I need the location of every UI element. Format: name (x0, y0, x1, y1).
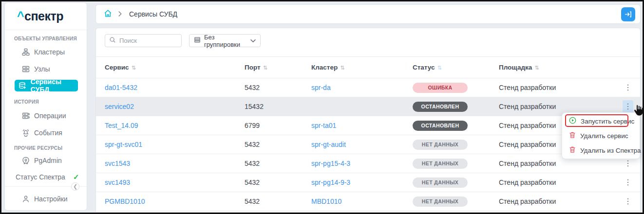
cluster-link[interactable]: spr-pg15-4-3 (311, 160, 350, 167)
status-badge: ОСТАНОВЛЕН (413, 102, 468, 112)
table-row: Test_14.09 6799 spr-ta01 ОСТАНОВЛЕН Стен… (96, 116, 640, 135)
sidebar-item-label: PgAdmin (34, 157, 62, 164)
row-context-menu: Запустить сервис Удалить сервис Удалить … (562, 112, 640, 159)
bell-icon (21, 128, 30, 137)
trash-icon (569, 146, 576, 155)
cluster-link[interactable]: spr-ta01 (311, 122, 336, 129)
port-cell: 5432 (245, 178, 311, 186)
service-link[interactable]: spr-gt-svc01 (105, 141, 142, 148)
sort-icon[interactable]: ⇅ (263, 65, 267, 71)
menu-item-start-service[interactable]: Запустить сервис (562, 114, 640, 128)
status-badge: ОШИБКА (413, 83, 468, 93)
service-link[interactable]: svc1543 (105, 160, 130, 167)
sidebar: ^спектр ОБЪЕКТЫ УПРАВЛЕНИЯ Кластеры Узлы… (4, 2, 87, 211)
status-badge: ОСТАНОВЛЕН (413, 121, 468, 131)
site-cell: Стенд разработки (499, 197, 616, 205)
trash-icon (569, 131, 576, 140)
sidebar-item-clusters[interactable]: Кластеры (5, 46, 87, 58)
port-cell: 6799 (245, 122, 311, 129)
sidebar-item-label: Узлы (34, 65, 50, 73)
service-link[interactable]: da01-5432 (105, 84, 137, 91)
column-header-port: Порт⇅ (245, 64, 311, 71)
cluster-link[interactable]: spr-pg14-9-3 (311, 178, 350, 186)
grouping-icon (194, 36, 201, 45)
site-cell: Стенд разработки (499, 84, 616, 91)
search-input[interactable] (119, 37, 177, 44)
sidebar-item-label: Настройки (34, 195, 68, 203)
table-header-row: Сервис⇅ Порт⇅ Кластер⇅ Статус⇅ Площадка⇅ (96, 56, 640, 78)
table-body: da01-5432 5432 spr-da ОШИБКА Стенд разра… (96, 78, 640, 211)
cluster-link[interactable]: MBD1010 (311, 197, 341, 205)
pgadmin-elephant-icon (21, 156, 30, 165)
row-actions-kebab-icon[interactable]: ⋮ (623, 81, 633, 94)
status-badge: НЕТ ДАННЫХ (413, 140, 468, 150)
column-header-site: Площадка⇅ (499, 64, 616, 71)
grouping-select[interactable]: Без группировки (189, 34, 261, 47)
menu-item-delete-service[interactable]: Удалить сервис (562, 128, 640, 143)
column-header-service: Сервис⇅ (105, 64, 245, 71)
sidebar-item-label: Сервисы СУБД (31, 78, 78, 93)
sidebar-item-settings[interactable]: Настройки (5, 193, 87, 205)
operations-icon (21, 111, 30, 120)
sidebar-item-pgadmin[interactable]: PgAdmin (5, 155, 87, 166)
user-icon (21, 195, 30, 203)
sidebar-item-nodes[interactable]: Узлы (5, 63, 87, 75)
sidebar-item-label: События (34, 129, 62, 137)
site-cell: Стенд разработки (499, 103, 616, 110)
section-label-management: ОБЪЕКТЫ УПРАВЛЕНИЯ (14, 36, 77, 41)
nodes-icon (21, 65, 30, 73)
sort-icon[interactable]: ⇅ (437, 65, 442, 71)
service-link[interactable]: svc1493 (105, 178, 130, 186)
breadcrumb-bar: Сервисы СУБД (95, 4, 641, 24)
logo-text: спектр (24, 9, 63, 23)
breadcrumb-chevron-icon (118, 10, 122, 18)
service-link[interactable]: PGMBD1010 (105, 197, 145, 205)
port-cell: 5432 (245, 141, 311, 148)
sidebar-item-operations[interactable]: Операции (5, 110, 87, 122)
status-badge: НЕТ ДАННЫХ (413, 178, 468, 188)
services-panel: Без группировки Сервис⇅ Порт⇅ Кластер⇅ С… (95, 28, 641, 213)
sidebar-item-label: Статус Спектра (16, 173, 65, 181)
database-icon (19, 81, 27, 90)
sort-icon[interactable]: ⇅ (534, 65, 539, 71)
row-actions-kebab-icon[interactable]: ⋮ (623, 176, 633, 189)
search-icon (109, 36, 116, 45)
sidebar-collapse-button[interactable]: ❮ (71, 182, 79, 191)
table-row: spr-gt-svc01 5432 spr-gt-audit НЕТ ДАННЫ… (96, 135, 640, 154)
section-label-history: ИСТОРИЯ (14, 99, 39, 105)
status-badge: НЕТ ДАННЫХ (413, 159, 468, 169)
cluster-icon (21, 48, 30, 56)
row-actions-kebab-icon[interactable]: ⋮ (623, 195, 633, 208)
home-icon[interactable] (104, 9, 112, 19)
logo-caret-icon: ^ (17, 9, 24, 23)
sidebar-item-label: Кластеры (34, 48, 65, 56)
section-label-other: ПРОЧИЕ РЕСУРСЫ (14, 145, 62, 151)
service-link[interactable]: service02 (105, 103, 134, 110)
port-cell: 5432 (245, 197, 311, 205)
logout-button[interactable] (621, 7, 635, 21)
service-link[interactable]: Test_14.09 (105, 122, 138, 129)
menu-item-delete-from-spectr[interactable]: Удалить из Спектра (562, 143, 640, 158)
status-ok-check-icon: ✓ (73, 173, 79, 181)
chevron-down-icon (250, 37, 256, 44)
sidebar-item-label: Операции (34, 112, 66, 120)
sidebar-item-events[interactable]: События (5, 127, 87, 139)
row-actions-kebab-icon[interactable]: ⋮ (623, 100, 633, 113)
grouping-value: Без группировки (204, 34, 247, 48)
site-cell: Стенд разработки (499, 160, 616, 167)
port-cell: 5432 (245, 160, 311, 167)
logo: ^спектр (5, 3, 87, 30)
table-row: PGMBD1010 5432 MBD1010 НЕТ ДАННЫХ Стенд … (96, 192, 640, 211)
port-cell: 15432 (245, 103, 311, 110)
port-cell: 5432 (245, 84, 311, 91)
sort-icon[interactable]: ⇅ (132, 65, 136, 71)
breadcrumb-current: Сервисы СУБД (129, 10, 177, 18)
cluster-link[interactable]: spr-da (311, 84, 331, 91)
cluster-link[interactable]: spr-gt-audit (311, 141, 346, 148)
site-cell: Стенд разработки (499, 178, 616, 186)
table-toolbar: Без группировки (105, 34, 261, 47)
sidebar-item-db-services[interactable]: Сервисы СУБД (15, 80, 78, 91)
status-badge: НЕТ ДАННЫХ (413, 196, 468, 207)
sort-icon[interactable]: ⇅ (340, 65, 344, 71)
sidebar-item-spectr-status[interactable]: Статус Спектра ✓ (5, 171, 87, 183)
